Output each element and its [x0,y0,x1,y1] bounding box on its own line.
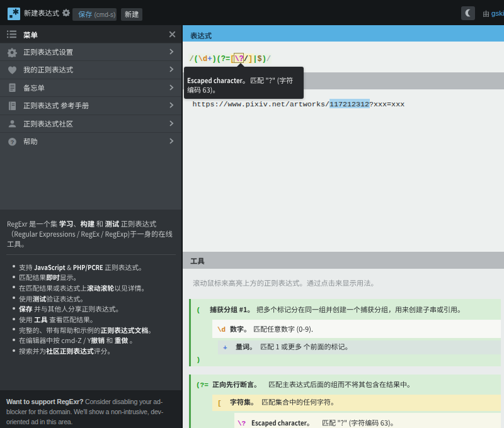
svg-text:?: ? [11,138,14,145]
